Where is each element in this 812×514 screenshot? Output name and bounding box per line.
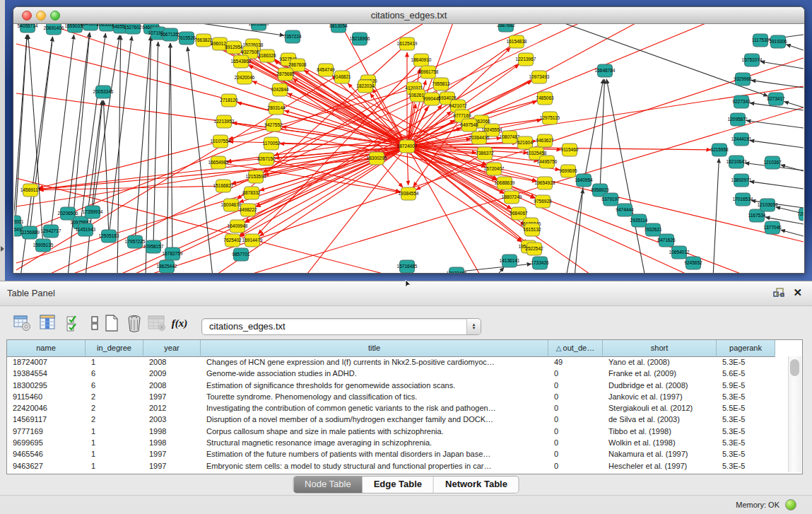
graph-edge[interactable] bbox=[86, 100, 102, 273]
graph-edge[interactable] bbox=[784, 102, 804, 107]
graph-edge[interactable] bbox=[746, 121, 804, 128]
graph-node-label: 15720407 bbox=[484, 166, 505, 171]
graph-edge[interactable] bbox=[495, 267, 504, 273]
table-mode-tabbar: Node TableEdge TableNetwork Table bbox=[293, 476, 519, 493]
graph-node-label: 10807487 bbox=[500, 134, 520, 139]
column-header-outde[interactable]: △out_de… bbox=[548, 340, 603, 356]
column-header-pagerank[interactable]: pagerank bbox=[717, 340, 775, 356]
cell-year: 1997 bbox=[143, 460, 201, 472]
network-graph-canvas[interactable]: 5405571420691406165503361849531410655287… bbox=[14, 24, 804, 273]
vertical-scrollbar[interactable] bbox=[788, 356, 801, 472]
graph-edge[interactable] bbox=[170, 43, 172, 254]
graph-edge[interactable] bbox=[153, 42, 158, 247]
graph-node-label: 9427552 bbox=[264, 122, 283, 127]
column-select-icon[interactable] bbox=[38, 313, 58, 333]
graph-node-label: 16093809 bbox=[249, 24, 269, 26]
graph-edge[interactable] bbox=[760, 62, 804, 69]
tab-edge-table[interactable]: Edge Table bbox=[363, 477, 433, 493]
graph-node-label: 3498222 bbox=[239, 207, 257, 212]
tab-node-table[interactable]: Node Table bbox=[293, 477, 363, 493]
graph-edge[interactable] bbox=[51, 35, 74, 231]
table-row[interactable]: 2242004622012Investigating the contribut… bbox=[7, 402, 775, 414]
graph-edge[interactable] bbox=[30, 37, 53, 233]
table-row[interactable]: 1456911722003Disruption of a novel membe… bbox=[7, 414, 775, 425]
graph-node-label: 2887682 bbox=[497, 24, 515, 28]
table-settings-icon[interactable] bbox=[13, 313, 33, 333]
cell-short: Wolkin et al. (1998) bbox=[603, 437, 717, 448]
new-document-icon[interactable] bbox=[102, 313, 122, 333]
cell-pagerank: 5.3E-5 bbox=[717, 448, 775, 460]
table-panel-header[interactable]: Table Panel ✕ bbox=[0, 281, 812, 306]
graph-node-label: 9245652 bbox=[684, 260, 702, 265]
collapsed-side-panel[interactable] bbox=[0, 0, 5, 281]
graph-node-label: 10958157 bbox=[143, 244, 164, 249]
cell-outde: 0 bbox=[548, 437, 603, 448]
tab-network-table[interactable]: Network Table bbox=[433, 477, 519, 493]
graph-edge[interactable] bbox=[146, 36, 151, 273]
cell-outde: 0 bbox=[548, 402, 603, 414]
graph-edge[interactable] bbox=[781, 230, 804, 236]
column-header-year[interactable]: year bbox=[143, 340, 201, 356]
graph-edge[interactable] bbox=[606, 79, 645, 273]
graph-edge[interactable] bbox=[93, 35, 119, 212]
function-icon[interactable]: f(x) bbox=[170, 313, 189, 333]
graph-node-label: 8471626 bbox=[657, 238, 676, 243]
graph-edge[interactable] bbox=[751, 81, 804, 88]
close-panel-icon[interactable]: ✕ bbox=[793, 286, 802, 299]
column-header-title[interactable]: title bbox=[201, 340, 548, 356]
cell-outde: 49 bbox=[548, 356, 603, 368]
cell-year: 2008 bbox=[143, 356, 201, 368]
table-row[interactable]: 1872400712008Changes of HCN gene express… bbox=[7, 356, 775, 368]
graph-edge[interactable] bbox=[68, 33, 90, 273]
graph-node-label: 8186328 bbox=[258, 53, 276, 58]
graph-node-label: 12153594 bbox=[246, 174, 266, 179]
graph-node-label: 22420046 bbox=[235, 75, 255, 80]
graph-node-label: 9756928 bbox=[534, 199, 552, 204]
graph-node-label: 16654985 bbox=[208, 160, 229, 165]
cell-title: Tourette syndrome. Phenomenology and cla… bbox=[201, 391, 548, 402]
table-row[interactable]: 946554611997Estimation of the future num… bbox=[7, 448, 775, 460]
cell-indegree: 2 bbox=[86, 391, 143, 402]
graph-edge[interactable] bbox=[575, 189, 583, 273]
graph-node-label: 2718120 bbox=[220, 98, 238, 103]
table-row[interactable]: 969969511998Structural magnetic resonanc… bbox=[7, 437, 775, 448]
cell-short: Tibbo et al. (1998) bbox=[603, 426, 717, 437]
table-select-combobox[interactable]: citations_edges.txt ▲▼ bbox=[201, 318, 481, 335]
window-titlebar[interactable]: citations_edges.txt bbox=[13, 7, 804, 24]
memory-status-icon[interactable] bbox=[785, 499, 796, 510]
graph-node-label: 10654012 bbox=[669, 250, 690, 255]
cell-year: 2008 bbox=[143, 380, 201, 391]
graph-node-label: 1170052 bbox=[263, 141, 281, 146]
graph-node-label: 10325458 bbox=[526, 151, 547, 156]
trash-icon[interactable] bbox=[124, 313, 144, 333]
column-header-name[interactable]: name bbox=[7, 340, 86, 356]
scrollbar-thumb[interactable] bbox=[790, 359, 799, 376]
column-header-short[interactable]: short bbox=[603, 340, 717, 356]
float-window-icon[interactable] bbox=[773, 288, 784, 298]
graph-edge[interactable] bbox=[713, 158, 719, 273]
graph-edge[interactable] bbox=[750, 182, 804, 189]
column-header-indegree[interactable]: in_degree bbox=[86, 340, 143, 356]
graph-edge[interactable] bbox=[15, 35, 27, 230]
combobox-stepper-icon[interactable]: ▲▼ bbox=[466, 319, 481, 334]
checklist-icon[interactable] bbox=[64, 313, 83, 333]
table-row[interactable]: 1830029562008Estimation of significance … bbox=[7, 380, 775, 391]
graph-node-label: 16543862 bbox=[231, 59, 252, 64]
table-row[interactable]: 977716911998Corpus callosum shape and si… bbox=[7, 426, 775, 437]
graph-edge[interactable] bbox=[750, 141, 804, 148]
table-row[interactable]: 946362711997Embryonic stem cells: a mode… bbox=[7, 460, 775, 472]
network-view-frame: citations_edges.txt 54055714206914061655… bbox=[5, 0, 812, 281]
graph-edge[interactable] bbox=[407, 24, 707, 146]
graph-edge[interactable] bbox=[600, 79, 605, 190]
table-row[interactable]: 1938455462009Genome-wide association stu… bbox=[7, 368, 775, 379]
graph-node-label: 12213967 bbox=[516, 57, 536, 62]
graph-node-label: 1377046 bbox=[763, 225, 782, 230]
graph-node-label: 16125419 bbox=[397, 41, 418, 46]
cell-outde: 0 bbox=[548, 448, 603, 460]
graph-edge[interactable] bbox=[786, 45, 804, 50]
graph-node-label: 8215958 bbox=[710, 147, 729, 152]
window-title: citations_edges.txt bbox=[13, 10, 804, 21]
graph-node-label: 15905135 bbox=[33, 243, 54, 247]
table-row[interactable]: 911546021997Tourette syndrome. Phenomeno… bbox=[7, 391, 775, 402]
graph-edge[interactable] bbox=[407, 146, 481, 273]
